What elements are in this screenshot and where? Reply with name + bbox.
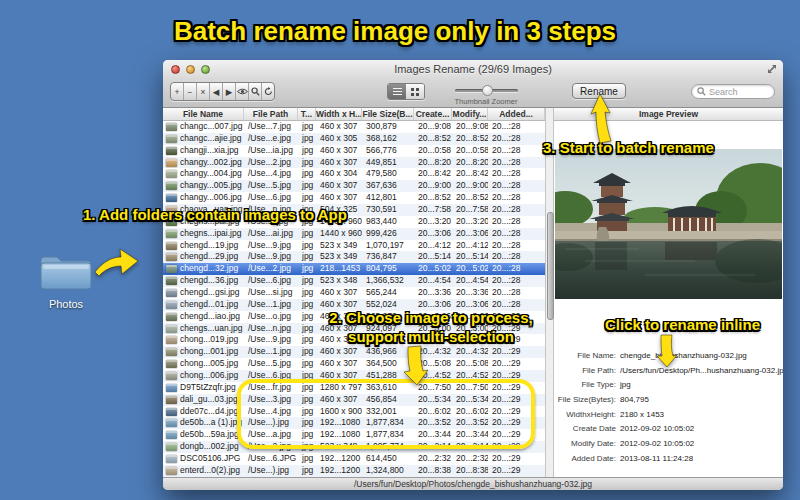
cell-file-name: de50b...59a.jpg <box>163 429 244 441</box>
table-row[interactable]: chengd...36.jpg/Use...6.jpgjpg523 x 3481… <box>163 275 545 287</box>
search-field[interactable] <box>691 84 775 99</box>
column-header[interactable]: File Size(B... <box>362 108 414 120</box>
search-input[interactable] <box>706 87 769 97</box>
thumbnail-zoom-slider[interactable] <box>455 89 518 92</box>
refresh-button[interactable] <box>262 83 274 100</box>
cell-added-date: 20...:28 <box>488 168 545 180</box>
cell-create-date: 20...0:58 <box>414 145 452 157</box>
cell-dimensions: 460 x 307 <box>316 145 362 157</box>
cell-create-date: 20...3:36 <box>414 287 452 299</box>
cell-file-size: 730,591 <box>362 204 414 216</box>
cell-file-path: /Use...1.jpg <box>244 299 298 311</box>
next-button[interactable]: ▶ <box>223 83 236 100</box>
detail-label: File Name: <box>554 351 616 360</box>
cell-type: jpg <box>298 323 316 335</box>
annotation-step1: 1. Add folders contain images to App <box>83 206 347 223</box>
column-header[interactable]: Added... <box>488 108 545 120</box>
column-header[interactable]: File Name <box>163 108 244 120</box>
detail-label: File Path: <box>554 366 616 375</box>
file-thumbnail-icon <box>166 313 177 321</box>
column-header[interactable]: Modify... <box>452 108 488 120</box>
cell-create-date: 20...4:32 <box>414 346 452 358</box>
desktop-folder-photos[interactable]: Photos <box>36 252 96 310</box>
detail-label: File Size(Bytes): <box>554 395 616 404</box>
cell-file-path: /Use...7.jpg <box>244 121 298 133</box>
table-row[interactable]: enterd...0(2).jpg/Use...).jpgjpg192...12… <box>163 465 545 477</box>
table-row[interactable]: chengd...gsi.jpg/Use...si.jpgjpg460 x 30… <box>163 287 545 299</box>
find-button[interactable] <box>249 83 262 100</box>
cell-modify-date: 20...4:12 <box>452 240 488 252</box>
cell-file-size: 804,795 <box>362 263 414 275</box>
table-row[interactable]: changy...006.jpg/Use...6.jpgjpg460 x 307… <box>163 192 545 204</box>
file-thumbnail-icon <box>166 289 177 297</box>
delete-button[interactable]: × <box>197 83 210 100</box>
prev-button[interactable]: ◀ <box>210 83 223 100</box>
cell-modify-date: 20...0:58 <box>452 145 488 157</box>
table-row[interactable]: chong...001.jpg/Use...1.jpgjpg460 x 3074… <box>163 346 545 358</box>
cell-type: jpg <box>298 251 316 263</box>
table-row[interactable]: changji...xia.jpg/Use...ia.jpgjpg460 x 3… <box>163 145 545 157</box>
annotation-step3: 3. Start to batch rename <box>543 139 714 156</box>
cell-file-name: chong...001.jpg <box>163 346 244 358</box>
table-row[interactable]: chong...005.jpg/Use...5.jpgjpg460 x 3073… <box>163 358 545 370</box>
rename-button[interactable]: Rename <box>572 83 626 99</box>
preview-photo <box>555 149 782 299</box>
cell-dimensions: 460 x 307 <box>316 121 362 133</box>
cell-create-date: 20...3:06 <box>414 228 452 240</box>
detail-row: File Type:jpg <box>554 377 783 392</box>
cell-modify-date: 20...8:42 <box>452 168 488 180</box>
cell-modify-date: 20...2:32 <box>452 453 488 465</box>
table-row[interactable]: chengd...19.jpg/Use...9.jpgjpg523 x 3491… <box>163 240 545 252</box>
cell-added-date: 20...:29 <box>488 346 545 358</box>
table-row[interactable]: changc...ajie.jpg/Use...e.jpgjpg460 x 30… <box>163 133 545 145</box>
cell-added-date: 20...:28 <box>488 216 545 228</box>
cell-dimensions: 192...1200 <box>316 465 362 477</box>
detail-value[interactable]: chengde_bishushanzhuang-032.jpg <box>616 351 747 360</box>
detail-value: 2012-09-02 10:05:02 <box>616 424 694 433</box>
cell-file-name: dali_gu...03.jpg <box>163 394 244 406</box>
cell-file-path: /Use...9.jpg <box>244 334 298 346</box>
column-header[interactable]: Width x H... <box>316 108 362 120</box>
table-scrollbar[interactable] <box>545 108 554 477</box>
detail-value: jpg <box>616 380 631 389</box>
slider-knob[interactable] <box>482 85 493 96</box>
cell-file-path: /Use...5.jpg <box>244 180 298 192</box>
cell-added-date: 20...:29 <box>488 453 545 465</box>
titlebar[interactable]: Images Rename (29/69 Images) <box>163 60 783 78</box>
cell-file-name: chong...019.jpg <box>163 334 244 346</box>
add-button[interactable]: + <box>171 83 184 100</box>
quicklook-button[interactable] <box>236 83 249 100</box>
toolbar-button-group: +−×◀▶ <box>170 82 275 101</box>
cell-file-name: de50b...a (1).jpg <box>163 417 244 429</box>
list-view-button[interactable] <box>388 84 406 99</box>
fullscreen-icon[interactable] <box>767 64 777 74</box>
cell-file-name: dongb...002.jpg <box>163 441 244 453</box>
table-row[interactable]: changc...007.jpg/Use...7.jpgjpg460 x 307… <box>163 121 545 133</box>
cell-file-size: 300,879 <box>362 121 414 133</box>
table-row[interactable]: chengd...32.jpg/Use...2.jpgjpg218...1453… <box>163 263 545 275</box>
table-row[interactable]: changy...004.jpg/Use...4.jpgjpg460 x 304… <box>163 168 545 180</box>
grid-view-button[interactable] <box>406 84 424 99</box>
table-row[interactable]: chengd...29.jpg/Use...9.jpgjpg523 x 3497… <box>163 251 545 263</box>
cell-create-date: 20...3:20 <box>414 216 452 228</box>
cell-file-size: 999,426 <box>362 228 414 240</box>
cell-file-size: 565,244 <box>362 287 414 299</box>
detail-value: 804,795 <box>616 395 649 404</box>
table-row[interactable]: DSC05106.JPG/Use...6.JPGjpg192...1200614… <box>163 453 545 465</box>
cell-file-name: changji...xia.jpg <box>163 145 244 157</box>
cell-create-date: 20...7:58 <box>414 204 452 216</box>
scrollbar-thumb[interactable] <box>547 212 554 320</box>
remove-button[interactable]: − <box>184 83 197 100</box>
cell-file-path: /Use...6.jpg <box>244 192 298 204</box>
table-row[interactable]: changy...005.jpg/Use...5.jpgjpg460 x 307… <box>163 180 545 192</box>
file-thumbnail-icon <box>166 253 177 261</box>
column-header[interactable]: T... <box>298 108 316 120</box>
cell-file-name: D9T5tZzqfr.jpg <box>163 382 244 394</box>
cell-file-path: /Use...1.jpg <box>244 346 298 358</box>
table-row[interactable]: chegns...ipai.jpg/Use...ai.jpgjpg1440 x … <box>163 228 545 240</box>
column-header[interactable]: Create... <box>414 108 452 120</box>
column-header[interactable]: File Path <box>244 108 298 120</box>
annotation-selection-rect <box>237 379 535 449</box>
table-row[interactable]: changy...002.jpg/Use...2.jpgjpg460 x 307… <box>163 157 545 169</box>
cell-type: jpg <box>298 358 316 370</box>
